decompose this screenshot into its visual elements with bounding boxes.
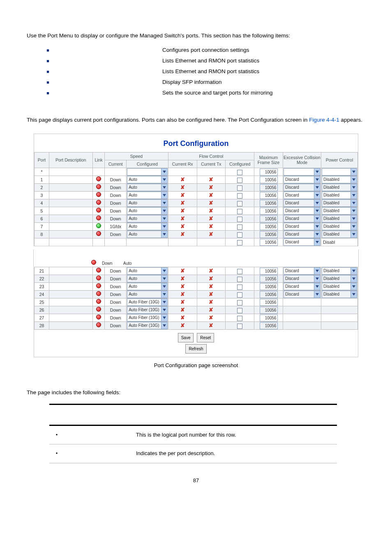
dropdown[interactable]: Discard [284, 283, 321, 290]
x-icon: ✘ [180, 192, 185, 198]
checkbox[interactable] [237, 170, 242, 175]
dropdown[interactable]: Auto [127, 223, 168, 230]
dropdown[interactable]: Auto [127, 207, 168, 215]
dropdown[interactable]: Disabled [322, 291, 357, 298]
dropdown[interactable]: Discard [284, 275, 321, 282]
save-button[interactable]: Save [178, 333, 194, 342]
checkbox[interactable] [237, 232, 242, 238]
checkbox[interactable] [237, 217, 242, 222]
table-row: 5DownAuto✘✘10056DiscardDisabled [35, 207, 358, 215]
frame-size-input[interactable]: 10056 [260, 239, 278, 246]
dropdown[interactable]: Auto [127, 176, 168, 183]
frame-size-input[interactable]: 10056 [260, 314, 278, 321]
checkbox[interactable] [237, 277, 242, 282]
checkbox[interactable] [237, 308, 242, 313]
dropdown[interactable]: Auto [127, 267, 168, 275]
refresh-button[interactable]: Refresh [185, 344, 206, 354]
reset-button[interactable]: Reset [197, 333, 214, 342]
dropdown[interactable]: Disabled [322, 223, 357, 230]
chevron-down-icon [350, 184, 357, 191]
frame-size-input[interactable]: 10056 [260, 169, 278, 176]
frame-size-input[interactable]: 10056 [260, 307, 278, 314]
dropdown[interactable]: Discard [284, 267, 321, 275]
dropdown[interactable]: Discard [284, 215, 321, 222]
dropdown[interactable]: Disabled [322, 231, 357, 238]
dropdown[interactable]: Auto [127, 199, 168, 207]
checkbox[interactable] [237, 201, 242, 206]
dropdown[interactable]: Discard [284, 231, 321, 238]
checkbox[interactable] [237, 209, 242, 214]
table-row-all: *10056 [35, 168, 358, 176]
dropdown[interactable]: Auto [127, 231, 168, 238]
link-led-icon [96, 192, 101, 197]
checkbox[interactable] [237, 178, 242, 183]
frame-size-input[interactable]: 10056 [260, 283, 278, 290]
dropdown[interactable]: Disabled [322, 184, 357, 191]
dropdown[interactable]: Discard [284, 291, 321, 298]
dropdown[interactable]: Auto Fiber (10G) [127, 322, 168, 329]
checkbox[interactable] [237, 269, 242, 274]
dropdown[interactable]: Auto [127, 275, 168, 282]
checkbox[interactable] [237, 300, 242, 305]
frame-size-input[interactable]: 10056 [260, 223, 278, 230]
frame-size-input[interactable]: 10056 [260, 299, 278, 306]
chevron-down-icon [314, 268, 320, 274]
frame-size-input[interactable]: 10056 [260, 291, 278, 298]
dropdown[interactable]: Disabled [322, 192, 357, 199]
checkbox[interactable] [237, 224, 242, 230]
checkbox[interactable] [237, 193, 242, 199]
frame-size-input[interactable]: 10056 [260, 215, 278, 222]
dropdown[interactable]: Disabled [322, 267, 357, 275]
checkbox[interactable] [237, 292, 242, 298]
link-led-icon [96, 322, 101, 327]
frame-size-input[interactable]: 10056 [260, 192, 278, 199]
dropdown[interactable]: Disabled [322, 283, 357, 290]
checkbox[interactable] [237, 240, 242, 245]
checkbox[interactable] [237, 185, 242, 191]
chevron-down-icon [350, 192, 357, 199]
frame-size-input[interactable]: 10056 [260, 200, 278, 207]
dropdown[interactable]: Discard [284, 238, 321, 246]
chevron-down-icon [314, 208, 320, 214]
dropdown[interactable]: Disabled [322, 176, 357, 183]
dropdown[interactable]: Auto [127, 184, 168, 191]
chevron-down-icon [161, 275, 167, 282]
dropdown[interactable]: Disabled [322, 207, 357, 215]
checkbox[interactable] [237, 324, 242, 329]
dropdown[interactable]: Discard [284, 192, 321, 199]
x-icon: ✘ [209, 275, 213, 282]
dropdown[interactable]: Auto Fiber (10G) [127, 298, 168, 306]
dropdown[interactable] [322, 168, 357, 176]
figure-link[interactable]: Figure 4-4-1 [309, 117, 339, 123]
dropdown[interactable]: Disabled [322, 215, 357, 222]
checkbox[interactable] [237, 284, 242, 290]
dropdown[interactable]: Discard [284, 223, 321, 230]
dropdown[interactable]: Discard [284, 199, 321, 207]
dropdown[interactable] [284, 168, 321, 176]
dropdown[interactable]: Auto [127, 283, 168, 290]
link-led-icon [96, 176, 101, 181]
frame-size-input[interactable]: 10056 [260, 176, 278, 183]
panel-title: Port Configuration [34, 134, 358, 152]
dropdown[interactable]: Discard [284, 184, 321, 191]
frame-size-input[interactable]: 10056 [260, 231, 278, 238]
dropdown[interactable]: Disabled [322, 275, 357, 282]
dropdown[interactable]: Auto [127, 215, 168, 222]
frame-size-input[interactable]: 10056 [260, 322, 278, 329]
dropdown[interactable]: Auto Fiber (10G) [127, 306, 168, 314]
chevron-down-icon [161, 231, 167, 238]
dropdown[interactable] [127, 168, 168, 176]
dropdown[interactable]: Disabled [322, 199, 357, 207]
frame-size-input[interactable]: 10056 [260, 208, 278, 215]
frame-size-input[interactable]: 10056 [260, 268, 278, 275]
checkbox[interactable] [237, 316, 242, 321]
x-icon: ✘ [209, 215, 213, 222]
frame-size-input[interactable]: 10056 [260, 275, 278, 282]
dropdown[interactable]: Discard [284, 207, 321, 215]
dropdown[interactable]: Auto [127, 291, 168, 298]
dropdown[interactable]: Auto [127, 192, 168, 199]
dropdown[interactable]: Auto Fiber (10G) [127, 314, 168, 321]
link-led-icon [96, 307, 101, 312]
dropdown[interactable]: Discard [284, 176, 321, 183]
frame-size-input[interactable]: 10056 [260, 184, 278, 191]
